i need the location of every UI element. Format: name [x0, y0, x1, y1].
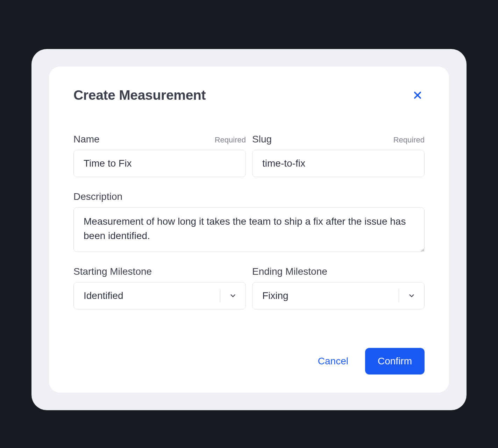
ending-milestone-label: Ending Milestone	[252, 266, 327, 277]
description-input[interactable]	[73, 207, 425, 252]
slug-input[interactable]	[252, 150, 425, 177]
chevron-down-icon	[399, 292, 424, 300]
ending-milestone-field: Ending Milestone Fixing	[252, 266, 425, 309]
description-field: Description	[73, 191, 425, 252]
chevron-down-icon	[220, 292, 246, 300]
starting-milestone-value: Identified	[74, 290, 220, 301]
ending-milestone-label-row: Ending Milestone	[252, 266, 425, 277]
starting-milestone-select[interactable]: Identified	[73, 282, 246, 309]
starting-milestone-label-row: Starting Milestone	[73, 266, 246, 277]
name-label: Name	[73, 134, 100, 145]
cancel-button[interactable]: Cancel	[315, 352, 351, 370]
ending-milestone-select[interactable]: Fixing	[252, 282, 425, 309]
modal-footer: Cancel Confirm	[73, 348, 425, 374]
close-button[interactable]	[411, 88, 425, 102]
slug-label-row: Slug Required	[252, 134, 425, 145]
ending-milestone-value: Fixing	[252, 290, 399, 301]
modal-header: Create Measurement	[73, 88, 425, 103]
modal-backdrop: Create Measurement Name Required Slug	[31, 49, 467, 410]
slug-label: Slug	[252, 134, 272, 145]
slug-required-indicator: Required	[393, 135, 425, 145]
modal-title: Create Measurement	[73, 88, 206, 103]
confirm-button[interactable]: Confirm	[365, 348, 425, 374]
description-label-row: Description	[73, 191, 425, 202]
starting-milestone-label: Starting Milestone	[73, 266, 152, 277]
description-label: Description	[73, 191, 122, 202]
name-field: Name Required	[73, 134, 246, 177]
close-icon	[413, 90, 422, 100]
name-input[interactable]	[73, 150, 246, 177]
form-grid: Name Required Slug Required Description	[73, 134, 425, 309]
name-label-row: Name Required	[73, 134, 246, 145]
slug-field: Slug Required	[252, 134, 425, 177]
create-measurement-modal: Create Measurement Name Required Slug	[49, 66, 449, 393]
starting-milestone-field: Starting Milestone Identified	[73, 266, 246, 309]
name-required-indicator: Required	[215, 135, 246, 145]
